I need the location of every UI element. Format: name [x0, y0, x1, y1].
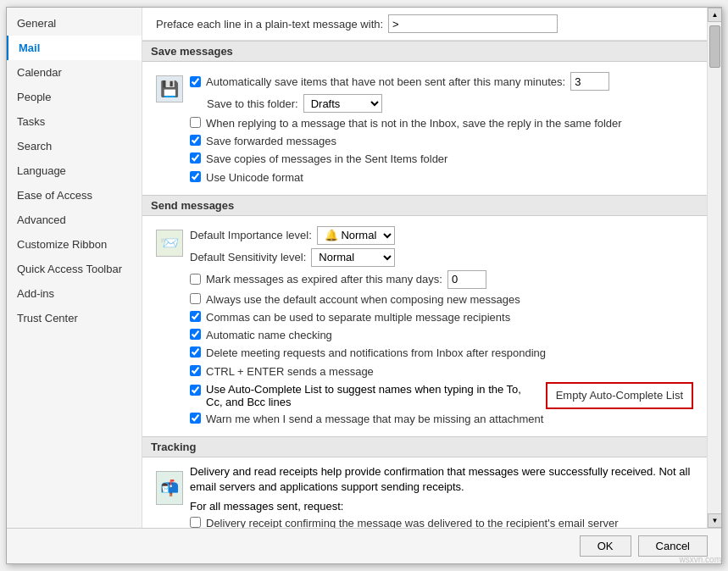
scroll-up-button[interactable]: ▲ — [708, 8, 721, 22]
send-messages-options: Default Importance level: 🔔 Normal Low H… — [190, 223, 693, 430]
save-icon-col: 💾 — [156, 69, 183, 188]
sensitivity-select[interactable]: Normal Private Personal Confidential — [311, 248, 395, 267]
sidebar-item-mail[interactable]: Mail — [7, 36, 142, 60]
commas-separate-checkbox[interactable] — [190, 311, 201, 322]
delete-meeting-label: Delete meeting requests and notification… — [206, 346, 546, 361]
tracking-options: Delivery and read receipts help provide … — [190, 464, 693, 528]
tracking-icon: 📬 — [156, 471, 183, 505]
scrollbar: ▲ ▼ — [707, 8, 721, 528]
warn-attachment-row: Warn me when I send a message that may b… — [190, 412, 693, 427]
unicode-format-row: Use Unicode format — [190, 170, 693, 186]
save-messages-options: Automatically save items that have not b… — [190, 69, 693, 188]
autocomplete-row: Use Auto-Complete List to suggest names … — [190, 382, 693, 409]
sidebar-item-quick-access-toolbar[interactable]: Quick Access Toolbar — [7, 257, 142, 281]
expire-days-input[interactable] — [447, 270, 486, 289]
save-messages-body: 💾 Automatically save items that have not… — [142, 62, 707, 195]
sidebar-item-customize-ribbon[interactable]: Customize Ribbon — [7, 232, 142, 257]
tracking-description: Delivery and read receipts help provide … — [190, 464, 693, 495]
ctrl-enter-checkbox[interactable] — [190, 365, 201, 376]
auto-name-check-row: Automatic name checking — [190, 328, 693, 343]
scroll-track — [708, 22, 721, 513]
importance-label: Default Importance level: — [190, 229, 312, 241]
reply-same-folder-row: When replying to a message that is not i… — [190, 116, 693, 131]
auto-save-label: Automatically save items that have not b… — [206, 75, 565, 88]
commas-separate-label: Commas can be used to separate multiple … — [206, 310, 510, 325]
plaintext-prefix-row: Preface each line in a plain-text messag… — [142, 8, 707, 41]
default-account-label: Always use the default account when comp… — [206, 292, 520, 308]
unicode-format-checkbox[interactable] — [190, 171, 201, 182]
send-icon-col: 📨 — [156, 223, 183, 430]
expire-row: Mark messages as expired after this many… — [190, 270, 693, 289]
for-all-label: For all messages sent, request: — [190, 500, 693, 513]
cancel-button[interactable]: Cancel — [638, 535, 708, 557]
delivery-receipt-label: Delivery receipt confirming the message … — [206, 516, 619, 528]
sidebar: General Mail Calendar People Tasks Searc… — [7, 8, 142, 528]
auto-save-minutes-input[interactable] — [570, 72, 609, 91]
save-copies-checkbox[interactable] — [190, 152, 201, 164]
save-messages-header: Save messages — [142, 41, 707, 62]
save-to-folder-select[interactable]: Drafts Sent Items Outbox — [303, 94, 382, 113]
delete-meeting-row: Delete meeting requests and notification… — [190, 346, 693, 361]
sidebar-item-general[interactable]: General — [7, 11, 142, 36]
warn-attachment-label: Warn me when I send a message that may b… — [206, 412, 543, 427]
plaintext-prefix-input[interactable] — [388, 14, 558, 33]
sidebar-item-tasks[interactable]: Tasks — [7, 109, 142, 134]
autocomplete-text: Use Auto-Complete List to suggest names … — [206, 383, 537, 408]
reply-same-folder-checkbox[interactable] — [190, 117, 201, 128]
sidebar-item-ease-of-access[interactable]: Ease of Access — [7, 183, 142, 208]
save-to-folder-row: Save to this folder: Drafts Sent Items O… — [190, 94, 693, 113]
commas-separate-row: Commas can be used to separate multiple … — [190, 310, 693, 325]
plaintext-prefix-label: Preface each line in a plain-text messag… — [156, 18, 383, 30]
default-account-row: Always use the default account when comp… — [190, 292, 693, 308]
sidebar-item-search[interactable]: Search — [7, 134, 142, 158]
warn-attachment-checkbox[interactable] — [190, 413, 201, 424]
delete-meeting-checkbox[interactable] — [190, 346, 201, 358]
save-forwarded-row: Save forwarded messages — [190, 134, 693, 149]
sidebar-item-add-ins[interactable]: Add-ins — [7, 281, 142, 306]
auto-save-checkbox[interactable] — [190, 76, 201, 87]
save-forwarded-label: Save forwarded messages — [206, 134, 336, 149]
expire-checkbox[interactable] — [190, 274, 201, 285]
empty-autocomplete-button[interactable]: Empty Auto-Complete List — [546, 382, 693, 409]
main-content: Preface each line in a plain-text messag… — [142, 8, 707, 528]
importance-select[interactable]: 🔔 Normal Low High — [317, 226, 395, 245]
sensitivity-label: Default Sensitivity level: — [190, 251, 306, 263]
delivery-receipt-checkbox[interactable] — [190, 517, 201, 528]
sidebar-item-language[interactable]: Language — [7, 158, 142, 183]
scroll-thumb[interactable] — [709, 25, 720, 68]
save-copies-label: Save copies of messages in the Sent Item… — [206, 152, 447, 167]
autocomplete-checkbox[interactable] — [190, 385, 201, 396]
sidebar-item-people[interactable]: People — [7, 85, 142, 109]
send-messages-header: Send messages — [142, 195, 707, 216]
ctrl-enter-label: CTRL + ENTER sends a message — [206, 364, 374, 380]
auto-save-row: Automatically save items that have not b… — [190, 72, 693, 91]
expire-label: Mark messages as expired after this many… — [206, 273, 442, 286]
options-dialog: General Mail Calendar People Tasks Searc… — [6, 7, 722, 564]
auto-name-check-label: Automatic name checking — [206, 328, 332, 343]
delivery-receipt-row: Delivery receipt confirming the message … — [190, 516, 693, 528]
unicode-format-label: Use Unicode format — [206, 170, 303, 186]
tracking-header: Tracking — [142, 436, 707, 457]
ctrl-enter-row: CTRL + ENTER sends a message — [190, 364, 693, 380]
sidebar-item-advanced[interactable]: Advanced — [7, 208, 142, 232]
save-forwarded-checkbox[interactable] — [190, 135, 201, 146]
sidebar-item-calendar[interactable]: Calendar — [7, 60, 142, 85]
sidebar-item-trust-center[interactable]: Trust Center — [7, 306, 142, 330]
save-to-folder-label: Save to this folder: — [207, 97, 298, 110]
sensitivity-row: Default Sensitivity level: Normal Privat… — [190, 248, 693, 267]
reply-same-folder-label: When replying to a message that is not i… — [206, 116, 622, 131]
save-messages-icon: 💾 — [156, 75, 183, 103]
scroll-down-button[interactable]: ▼ — [708, 513, 721, 528]
save-copies-row: Save copies of messages in the Sent Item… — [190, 152, 693, 167]
auto-name-check-checkbox[interactable] — [190, 329, 201, 340]
main-scroll-area: Preface each line in a plain-text messag… — [142, 8, 721, 528]
default-account-checkbox[interactable] — [190, 293, 201, 304]
send-messages-icon: 📨 — [156, 230, 183, 257]
send-messages-body: 📨 Default Importance level: 🔔 Normal Low… — [142, 216, 707, 436]
autocomplete-label-wrapper: Use Auto-Complete List to suggest names … — [190, 383, 537, 408]
ok-button[interactable]: OK — [580, 535, 631, 557]
tracking-body: 📬 Delivery and read receipts help provid… — [142, 457, 707, 528]
dialog-footer: OK Cancel — [7, 528, 721, 563]
importance-row: Default Importance level: 🔔 Normal Low H… — [190, 226, 693, 245]
track-icon-col: 📬 — [156, 464, 183, 528]
